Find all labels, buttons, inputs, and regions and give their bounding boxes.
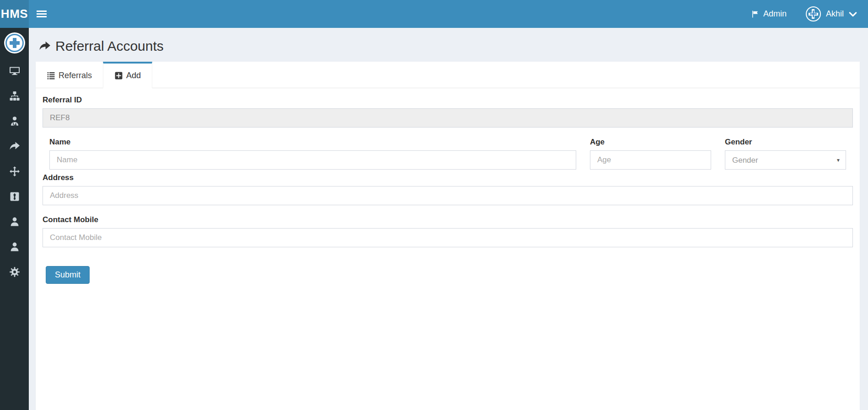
referral-id-label: Referral ID [43, 96, 853, 105]
sidebar-item-dashboard[interactable] [0, 58, 29, 83]
name-field[interactable] [49, 150, 576, 170]
share-icon [38, 40, 52, 52]
page-title: Referral Accounts [55, 38, 164, 54]
tab-label: Referrals [59, 71, 92, 80]
hms-logo-icon [4, 32, 25, 53]
sidebar-item-settings[interactable] [0, 259, 29, 284]
sidebar-item-departments[interactable] [0, 83, 29, 108]
share-icon [9, 141, 20, 152]
gender-select[interactable]: Gender [725, 150, 846, 170]
name-label: Name [49, 138, 576, 147]
age-field[interactable] [590, 150, 711, 170]
gender-label: Gender [725, 138, 846, 147]
contact-mobile-field[interactable] [43, 228, 853, 247]
plus-square-icon [114, 71, 123, 80]
page-header: Referral Accounts [38, 38, 860, 54]
arrows-move-icon [9, 166, 20, 177]
age-label: Age [590, 138, 711, 147]
address-field[interactable] [43, 186, 853, 205]
sidebar-item-doctors[interactable] [0, 108, 29, 133]
tab-add[interactable]: Add [103, 62, 152, 88]
sidebar-toggle-button[interactable] [29, 0, 54, 28]
age-group: Age [590, 138, 711, 170]
tab-referrals[interactable]: Referrals [36, 62, 103, 88]
main-content: Referral Accounts Referrals [29, 28, 868, 410]
contact-mobile-group: Contact Mobile [43, 215, 853, 247]
sidebar-item-users[interactable] [0, 234, 29, 259]
hospital-avatar-icon [806, 6, 821, 21]
hamburger-icon [36, 10, 47, 18]
top-navbar: HMS Admin Akhil [0, 0, 868, 28]
desktop-icon [9, 65, 20, 76]
referral-id-field [43, 108, 853, 128]
name-age-gender-row: Name Age Gender Gender [43, 138, 853, 170]
admin-label: Admin [763, 9, 787, 19]
sidebar-item-home[interactable] [0, 28, 29, 58]
flag-icon [751, 10, 759, 18]
navbar-right-menu: Admin Akhil [751, 0, 868, 28]
user-alt-icon [9, 241, 20, 252]
admin-menu-item[interactable]: Admin [751, 9, 787, 19]
gender-group: Gender Gender ▼ [725, 138, 846, 170]
chevron-down-icon [848, 10, 857, 19]
sitemap-icon [9, 91, 20, 101]
sidebar-item-operations[interactable] [0, 159, 29, 184]
user-icon [9, 216, 20, 227]
sidebar-item-referrals[interactable] [0, 133, 29, 159]
sidebar [0, 28, 29, 410]
tab-label: Add [126, 71, 141, 80]
contact-mobile-label: Contact Mobile [43, 215, 853, 224]
brand-logo[interactable]: HMS [0, 0, 29, 28]
sidebar-item-patients[interactable] [0, 209, 29, 234]
black-tie-icon [9, 191, 20, 202]
doctor-icon [9, 116, 20, 127]
sidebar-menu [0, 58, 29, 284]
address-label: Address [43, 173, 853, 182]
submit-button[interactable]: Submit [46, 266, 90, 284]
referral-panel: Referrals Add Referral ID Name [36, 62, 860, 410]
user-name: Akhil [826, 9, 844, 19]
user-menu[interactable]: Akhil [806, 6, 857, 21]
address-group: Address [43, 173, 853, 205]
name-group: Name [49, 138, 576, 170]
sidebar-item-staff[interactable] [0, 184, 29, 209]
list-icon [47, 71, 55, 80]
referral-id-group: Referral ID [43, 96, 853, 128]
add-referral-form: Referral ID Name Age [36, 88, 860, 284]
tab-bar: Referrals Add [36, 62, 860, 88]
gear-icon [9, 266, 20, 277]
